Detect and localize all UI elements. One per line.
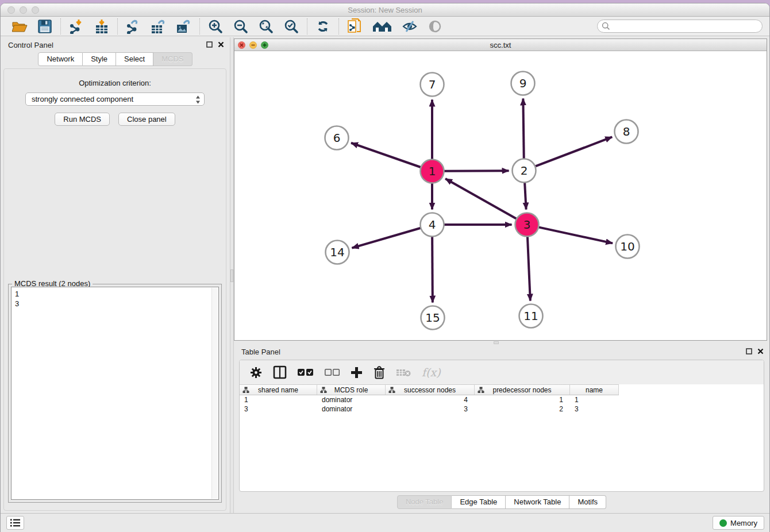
table-cell[interactable]: 3 <box>386 404 475 414</box>
mcds-result-text[interactable]: 1 3 <box>11 287 219 500</box>
network-window-titlebar[interactable]: scc.txt <box>234 39 767 51</box>
zoom-window-button[interactable] <box>32 6 39 14</box>
optimization-criterion-select[interactable]: strongly connected component <box>25 92 205 106</box>
control-tab-network[interactable]: Network <box>38 52 83 66</box>
float-table-panel-icon[interactable] <box>746 348 752 354</box>
table-panel-tabs: Node TableEdge TableNetwork TableMotifs <box>234 495 769 509</box>
close-panel-icon[interactable] <box>218 41 224 48</box>
column-header-shared-name[interactable]: shared name <box>240 385 317 395</box>
import-table-button[interactable] <box>94 18 110 34</box>
run-mcds-button[interactable]: Run MCDS <box>55 113 110 126</box>
table-panel-title: Table Panel <box>241 348 280 356</box>
import-network-button[interactable] <box>68 18 84 34</box>
edge-2-3[interactable] <box>525 182 526 209</box>
save-session-button[interactable] <box>37 18 53 34</box>
edge-2-9[interactable] <box>523 98 523 159</box>
export-image-button[interactable] <box>176 18 192 34</box>
vertical-splitter[interactable] <box>230 37 234 513</box>
column-header-predecessor-nodes[interactable]: predecessor nodes <box>475 385 570 395</box>
network-close-icon[interactable] <box>238 41 245 49</box>
export-table-button[interactable] <box>151 18 167 34</box>
edge-1-2[interactable] <box>444 171 509 171</box>
control-tab-style[interactable]: Style <box>83 52 116 66</box>
node-label-11: 11 <box>523 309 538 323</box>
table-container: f(x) shared nameMCDS rolesuccessor nodes… <box>239 360 764 492</box>
table-cell[interactable]: dominator <box>317 395 386 404</box>
right-pane: scc.txt 1234678910111415 Table Panel <box>234 37 769 513</box>
table-cell[interactable]: 4 <box>386 395 475 404</box>
search-input[interactable] <box>597 20 763 33</box>
node-label-4: 4 <box>429 218 436 232</box>
network-canvas[interactable]: 1234678910111415 <box>234 51 767 340</box>
memory-button[interactable]: Memory <box>713 516 764 530</box>
table-cell[interactable]: 3 <box>240 404 317 414</box>
column-tree-icon <box>478 387 484 394</box>
table-cell[interactable]: dominator <box>317 404 386 414</box>
table-row[interactable]: 3dominator323 <box>240 404 764 414</box>
node-label-8: 8 <box>623 125 630 138</box>
table-tab-network-table[interactable]: Network Table <box>506 495 569 509</box>
table-options-gear-icon[interactable] <box>250 367 262 379</box>
table-tab-motifs[interactable]: Motifs <box>569 495 606 509</box>
node-label-2: 2 <box>521 164 528 178</box>
delete-row-trash-icon[interactable] <box>374 366 385 379</box>
table-cell[interactable]: 3 <box>570 404 619 414</box>
zoom-selected-icon <box>284 19 299 34</box>
control-tab-select[interactable]: Select <box>116 52 153 66</box>
hide-graphics-details-button[interactable] <box>402 18 418 34</box>
column-header-MCDS-role[interactable]: MCDS role <box>317 385 386 395</box>
zoom-out-button[interactable] <box>233 18 249 34</box>
table-row[interactable]: 1dominator411 <box>240 395 764 404</box>
table-cell[interactable]: 1 <box>570 395 619 404</box>
edge-4-14[interactable] <box>352 228 421 248</box>
edge-3-10[interactable] <box>538 227 613 243</box>
zoom-fit-button[interactable] <box>258 18 274 34</box>
node-label-6: 6 <box>333 131 341 145</box>
close-table-panel-icon[interactable] <box>757 348 764 354</box>
column-tree-icon <box>242 387 249 394</box>
edge-2-8[interactable] <box>535 137 612 166</box>
network-minimize-icon[interactable] <box>249 41 257 49</box>
refresh-group <box>307 18 338 34</box>
status-bar: Memory <box>1 513 769 532</box>
show-panel-list-button[interactable] <box>6 516 24 530</box>
home-pages-button[interactable] <box>372 18 392 34</box>
float-panel-icon[interactable] <box>206 41 213 48</box>
column-header-successor-nodes[interactable]: successor nodes <box>386 385 475 395</box>
table-tab-node-table[interactable]: Node Table <box>397 495 452 509</box>
show-selected-columns-icon[interactable] <box>298 368 314 376</box>
hide-selected-columns-icon[interactable] <box>325 369 340 376</box>
export-network-button[interactable] <box>125 18 141 34</box>
close-panel-button[interactable]: Close panel <box>118 113 175 126</box>
insert-column-icon[interactable] <box>273 365 287 379</box>
network-graph[interactable]: 1234678910111415 <box>234 51 767 340</box>
export-table-icon <box>151 19 167 34</box>
column-header-name[interactable]: name <box>570 385 619 395</box>
column-tree-icon <box>320 387 327 394</box>
edge-3-11[interactable] <box>528 236 530 300</box>
close-window-button[interactable] <box>7 6 15 14</box>
splitter-handle[interactable] <box>230 269 233 282</box>
edge-4-15[interactable] <box>432 236 433 302</box>
network-zoom-icon[interactable] <box>261 41 268 49</box>
table-toolbar: f(x) <box>240 360 764 384</box>
window-title: Session: New Session <box>1 3 769 17</box>
mcds-result-scrollbar[interactable] <box>211 288 218 499</box>
table-tab-edge-table[interactable]: Edge Table <box>452 495 506 509</box>
export-group <box>117 18 199 34</box>
edge-3-1[interactable] <box>445 179 517 219</box>
edge-1-6[interactable] <box>351 143 421 167</box>
add-row-icon[interactable] <box>351 367 363 379</box>
zoom-selected-button[interactable] <box>283 18 299 34</box>
zoom-in-button[interactable] <box>207 18 224 34</box>
home-icon <box>372 20 392 33</box>
control-tab-mcds[interactable]: MCDS <box>153 52 192 66</box>
refresh-view-button[interactable] <box>315 18 331 34</box>
table-cell[interactable]: 2 <box>475 404 570 414</box>
table-cell[interactable]: 1 <box>240 395 317 404</box>
table-cell[interactable]: 1 <box>475 395 570 404</box>
open-session-button[interactable] <box>11 18 28 34</box>
network-document-button[interactable] <box>346 18 363 34</box>
minimize-window-button[interactable] <box>20 6 27 14</box>
export-network-icon <box>126 19 141 34</box>
